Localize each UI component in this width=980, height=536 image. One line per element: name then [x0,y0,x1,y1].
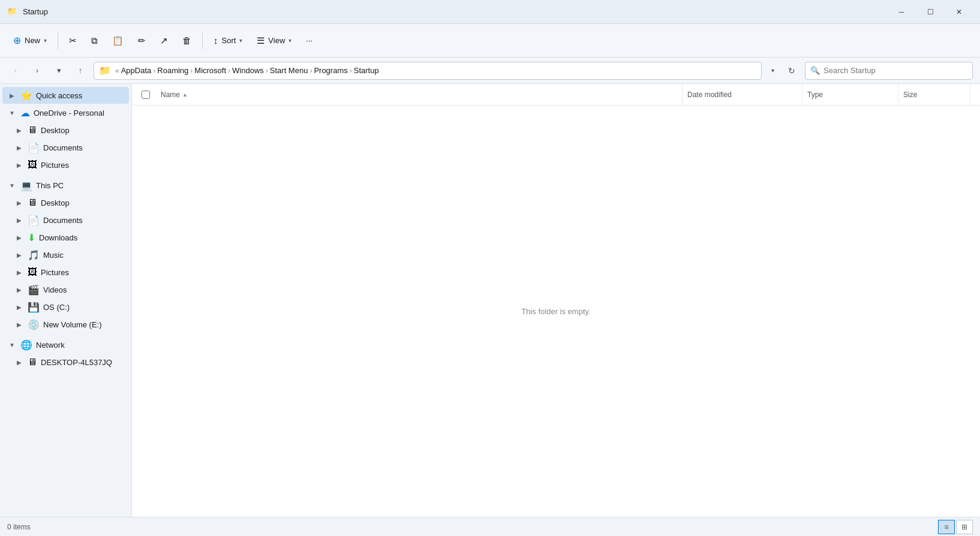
sidebar-item-label: Downloads [39,233,77,242]
documents-pc-icon: 📄 [28,215,40,226]
sidebar-item-label: Music [43,251,64,260]
forward-button[interactable]: › [29,62,46,79]
videos-pc-expand-icon: ▶ [14,287,24,293]
sort-button[interactable]: ↕ Sort ▾ [208,32,248,49]
window-title: Startup [23,7,48,16]
onedrive-icon: ☁ [20,107,30,119]
sidebar-item-desktop-pc[interactable]: ▶ 🖥 Desktop [2,194,129,211]
new-chevron-icon: ▾ [44,37,47,44]
network-expand-icon: ▼ [7,342,17,348]
sidebar-item-pictures-pc[interactable]: ▶ 🖼 Pictures [2,264,129,281]
onedrive-expand-icon: ▼ [7,110,17,116]
select-all-checkbox[interactable] [142,91,150,99]
sidebar-item-videos-pc[interactable]: ▶ 🎬 Videos [2,281,129,298]
sidebar-item-downloads-pc[interactable]: ▶ ⬇ Downloads [2,229,129,246]
more-button[interactable]: ··· [300,32,318,49]
paste-button[interactable]: 📋 [106,32,130,50]
cut-button[interactable]: ✂ [63,32,83,50]
new-button[interactable]: ⊕ New ▾ [7,31,53,50]
sidebar-item-label: DESKTOP-4L537JQ [41,358,112,367]
recent-button[interactable]: ▾ [50,62,67,79]
main-area: ▶ ⭐ Quick access ▼ ☁ OneDrive - Personal… [0,84,980,517]
sidebar-item-music-pc[interactable]: ▶ 🎵 Music [2,246,129,263]
sort-chevron-icon: ▾ [239,37,242,44]
maximize-button[interactable]: ☐ [916,2,944,22]
this-pc-expand-icon: ▼ [7,182,17,189]
rename-button[interactable]: ✏ [132,32,152,50]
pictures-pc-icon: 🖼 [28,267,37,278]
sidebar-item-this-pc[interactable]: ▼ 💻 This PC [2,177,129,194]
close-button[interactable]: ✕ [945,2,973,22]
desktop-pc-expand-icon: ▶ [14,200,24,206]
column-header-type[interactable]: Type [802,84,898,105]
paste-icon: 📋 [112,35,124,46]
quick-access-icon: ⭐ [20,90,32,101]
breadcrumb-startmenu[interactable]: Start Menu [270,66,308,75]
sidebar-item-label: Pictures [41,268,69,277]
back-button[interactable]: ‹ [7,62,24,79]
breadcrumb-folder-icon: 📁 [99,65,111,76]
sidebar-item-label: New Volume (E:) [43,320,102,329]
sidebar-item-new-volume-e[interactable]: ▶ 💿 New Volume (E:) [2,316,129,333]
sidebar-item-label: OneDrive - Personal [34,109,104,118]
breadcrumb-roaming[interactable]: Roaming [157,66,188,75]
sidebar-item-quick-access[interactable]: ▶ ⭐ Quick access [2,87,129,104]
os-c-icon: 💾 [28,302,40,313]
delete-button[interactable]: 🗑 [176,32,197,49]
pictures-pc-expand-icon: ▶ [14,269,24,276]
sidebar-item-documents-pc[interactable]: ▶ 📄 Documents [2,212,129,228]
downloads-pc-icon: ⬇ [28,232,35,243]
title-bar: 📁 Startup ─ ☐ ✕ [0,0,980,24]
copy-button[interactable]: ⧉ [85,32,104,50]
videos-pc-icon: 🎬 [28,284,40,296]
search-box[interactable]: 🔍 [805,62,973,80]
sidebar-item-documents-od[interactable]: ▶ 📄 Documents [2,139,129,156]
this-pc-icon: 💻 [20,180,32,191]
sidebar-item-label: This PC [36,181,64,190]
column-header-name[interactable]: Name ▲ [156,84,683,105]
sidebar-item-pictures-od[interactable]: ▶ 🖼 Pictures [2,156,129,173]
breadcrumb-appdata[interactable]: AppData [121,66,152,75]
desktop-pc-icon: 🖥 [28,197,37,208]
refresh-button[interactable]: ↻ [783,62,800,79]
share-button[interactable]: ↗ [154,32,174,50]
title-bar-controls: ─ ☐ ✕ [888,2,973,22]
sidebar-item-desktop-od[interactable]: ▶ 🖥 Desktop [2,122,129,138]
content-area: Name ▲ Date modified Type Size This fold… [132,84,980,517]
sidebar-item-label: OS (C:) [43,303,70,312]
downloads-pc-expand-icon: ▶ [14,234,24,241]
sidebar-item-os-c[interactable]: ▶ 💾 OS (C:) [2,299,129,315]
more-label: ··· [306,36,312,45]
sidebar-item-label: Videos [43,285,67,294]
column-size-label: Size [903,91,917,99]
search-input[interactable] [823,66,967,75]
minimize-button[interactable]: ─ [888,2,915,22]
sidebar-item-label: Pictures [41,161,69,170]
breadcrumb-windows[interactable]: Windows [232,66,264,75]
up-button[interactable]: ↑ [72,62,89,79]
sort-icon: ↕ [214,35,218,46]
breadcrumb-programs[interactable]: Programs [314,66,347,75]
address-dropdown-button[interactable]: ▾ [766,62,778,80]
column-name-label: Name [161,91,180,99]
quick-access-expand-icon: ▶ [7,92,17,99]
sidebar-item-desktop-net[interactable]: ▶ 🖥 DESKTOP-4L537JQ [2,354,129,371]
column-header-date-modified[interactable]: Date modified [683,84,802,105]
toolbar: ⊕ New ▾ ✂ ⧉ 📋 ✏ ↗ 🗑 ↕ Sort ▾ ☰ View ▾ ··… [0,24,980,58]
view-large-icons-button[interactable]: ⊞ [956,520,973,534]
breadcrumb-microsoft[interactable]: Microsoft [194,66,226,75]
title-bar-left: 📁 Startup [7,7,48,17]
sidebar-item-network[interactable]: ▼ 🌐 Network [2,336,129,353]
breadcrumb-startup[interactable]: Startup [354,66,379,75]
sidebar-item-onedrive[interactable]: ▼ ☁ OneDrive - Personal [2,104,129,121]
breadcrumb-bar[interactable]: 📁 « AppData › Roaming › Microsoft › Wind… [94,62,762,80]
content-body: This folder is empty. [132,106,980,517]
share-icon: ↗ [160,35,168,46]
new-volume-e-expand-icon: ▶ [14,321,24,328]
view-details-button[interactable]: ≡ [938,520,955,534]
address-bar: ‹ › ▾ ↑ 📁 « AppData › Roaming › Microsof… [0,58,980,84]
column-header-size[interactable]: Size [898,84,970,105]
desktop-net-icon: 🖥 [28,357,37,368]
view-button[interactable]: ☰ View ▾ [251,32,297,50]
copy-icon: ⧉ [91,35,98,46]
